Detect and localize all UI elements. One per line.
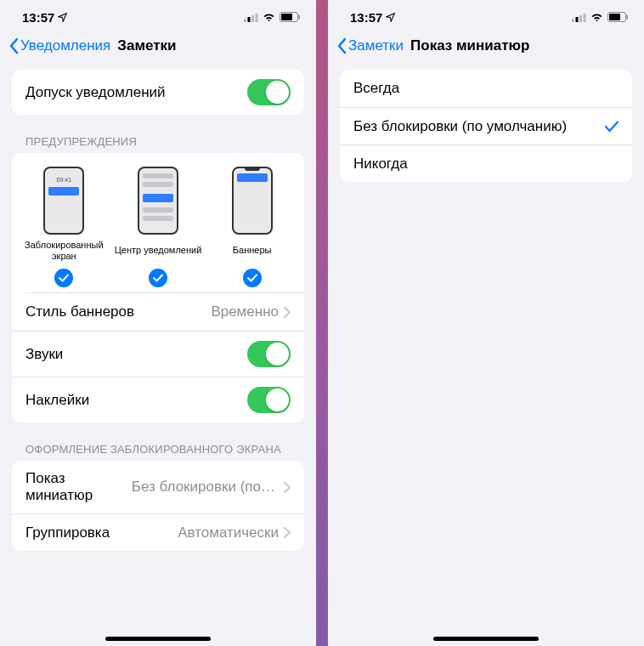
nav-bar: Уведомления Заметки xyxy=(0,34,316,63)
home-indicator[interactable] xyxy=(433,637,539,641)
nav-title: Показ миниатюр xyxy=(410,37,529,54)
mockup-notif xyxy=(48,187,79,196)
badges-label: Наклейки xyxy=(25,392,89,409)
chevron-left-icon xyxy=(8,37,19,54)
nav-bar: Заметки Показ миниатюр xyxy=(328,34,644,63)
cellular-icon xyxy=(572,13,586,22)
battery-icon xyxy=(280,12,301,22)
home-indicator[interactable] xyxy=(105,637,211,641)
time-label: 13:57 xyxy=(350,10,382,25)
back-button[interactable]: Заметки xyxy=(336,37,404,54)
sounds-toggle[interactable] xyxy=(247,341,291,367)
grouping-label: Группировка xyxy=(25,524,110,541)
alert-center-label: Центр уведомлений xyxy=(115,240,202,262)
sounds-label: Звуки xyxy=(25,346,63,363)
option-unlocked-label: Без блокировки (по умолчанию) xyxy=(353,118,567,135)
location-icon xyxy=(58,13,67,22)
status-time: 13:57 xyxy=(22,10,67,25)
alert-lock-label: Заблокированный экран xyxy=(17,240,111,262)
chevron-right-icon xyxy=(284,527,291,538)
svg-rect-13 xyxy=(627,15,629,20)
show-previews-label: Показ миниатюр xyxy=(25,470,132,504)
svg-rect-7 xyxy=(572,19,574,22)
option-always[interactable]: Всегда xyxy=(340,70,632,107)
battery-icon xyxy=(607,12,629,22)
alert-lock-check[interactable] xyxy=(54,269,73,287)
nav-title: Заметки xyxy=(117,37,176,54)
status-icons xyxy=(244,12,301,22)
check-icon xyxy=(153,274,163,282)
alert-banner-label: Баннеры xyxy=(233,240,272,262)
option-never[interactable]: Никогда xyxy=(340,144,632,182)
sounds-row: Звуки xyxy=(12,331,304,377)
cellular-icon xyxy=(244,13,258,22)
svg-rect-0 xyxy=(244,19,246,22)
allow-group: Допуск уведомлений xyxy=(12,70,304,115)
svg-rect-6 xyxy=(299,15,301,20)
alert-style-banner[interactable]: Баннеры xyxy=(205,167,299,287)
status-time: 13:57 xyxy=(350,10,395,25)
svg-rect-2 xyxy=(251,15,254,22)
option-unlocked[interactable]: Без блокировки (по умолчанию) xyxy=(340,107,632,144)
lock-appearance-header: ОФОРМЛЕНИЕ ЗАБЛОКИРОВАННОГО ЭКРАНА xyxy=(12,443,304,461)
show-previews-value: Без блокировки (по ум... xyxy=(132,479,291,496)
check-icon xyxy=(605,121,619,133)
grouping-value: Автоматически xyxy=(178,524,291,541)
chevron-right-icon xyxy=(284,307,291,318)
allow-label: Допуск уведомлений xyxy=(25,84,166,101)
banner-mockup xyxy=(232,167,273,235)
badges-row: Наклейки xyxy=(12,377,304,422)
banner-style-label: Стиль баннеров xyxy=(25,303,134,320)
alert-banner-check[interactable] xyxy=(243,269,262,287)
back-button[interactable]: Уведомления xyxy=(8,37,110,54)
svg-rect-5 xyxy=(281,14,292,20)
svg-rect-1 xyxy=(248,17,251,22)
banner-style-row[interactable]: Стиль баннеров Временно xyxy=(12,293,304,331)
center-mockup xyxy=(138,167,178,235)
svg-rect-10 xyxy=(584,14,586,22)
svg-rect-9 xyxy=(579,15,582,22)
chevron-right-icon xyxy=(284,482,291,493)
allow-toggle[interactable] xyxy=(247,79,291,105)
status-icons xyxy=(572,12,629,22)
wifi-icon xyxy=(590,13,603,22)
alert-center-check[interactable] xyxy=(149,269,167,287)
alerts-header: ПРЕДУПРЕЖДЕНИЯ xyxy=(12,135,304,153)
grouping-row[interactable]: Группировка Автоматически xyxy=(12,513,304,551)
back-label: Уведомления xyxy=(20,37,110,54)
status-bar: 13:57 xyxy=(0,0,316,34)
badges-toggle[interactable] xyxy=(247,387,291,413)
check-icon xyxy=(59,274,69,282)
chevron-left-icon xyxy=(336,37,347,54)
status-bar: 13:57 xyxy=(328,0,644,34)
alert-styles-row: 09:41 Заблокированный экран Центр уведом… xyxy=(12,153,304,292)
wifi-icon xyxy=(263,13,275,22)
show-previews-screen: 13:57 Заметки Показ миниатюр Всегда Без … xyxy=(328,0,644,646)
svg-rect-12 xyxy=(609,14,620,20)
alert-style-center[interactable]: Центр уведомлений xyxy=(111,167,206,287)
lock-appearance-group: Показ миниатюр Без блокировки (по ум... … xyxy=(12,461,304,551)
time-label: 13:57 xyxy=(22,10,54,25)
svg-rect-3 xyxy=(256,14,258,22)
alerts-group: 09:41 Заблокированный экран Центр уведом… xyxy=(12,153,304,422)
show-previews-row[interactable]: Показ миниатюр Без блокировки (по ум... xyxy=(12,461,304,513)
mockup-time: 09:41 xyxy=(57,177,72,183)
option-never-label: Никогда xyxy=(353,156,408,173)
option-always-label: Всегда xyxy=(353,80,399,97)
banner-style-value: Временно xyxy=(211,303,291,320)
check-icon xyxy=(247,274,257,282)
settings-notifications-screen: 13:57 Уведомления Заметки Допуск уведомл… xyxy=(0,0,316,646)
location-icon xyxy=(386,13,395,22)
lock-screen-mockup: 09:41 xyxy=(43,167,84,235)
back-label: Заметки xyxy=(348,37,404,54)
preview-options-group: Всегда Без блокировки (по умолчанию) Ник… xyxy=(340,70,632,182)
alert-style-lock[interactable]: 09:41 Заблокированный экран xyxy=(17,167,111,287)
allow-notifications-row: Допуск уведомлений xyxy=(12,70,304,115)
svg-rect-8 xyxy=(576,17,579,22)
content-scroll[interactable]: Всегда Без блокировки (по умолчанию) Ник… xyxy=(328,63,644,646)
content-scroll[interactable]: Допуск уведомлений ПРЕДУПРЕЖДЕНИЯ 09:41 … xyxy=(0,63,316,646)
